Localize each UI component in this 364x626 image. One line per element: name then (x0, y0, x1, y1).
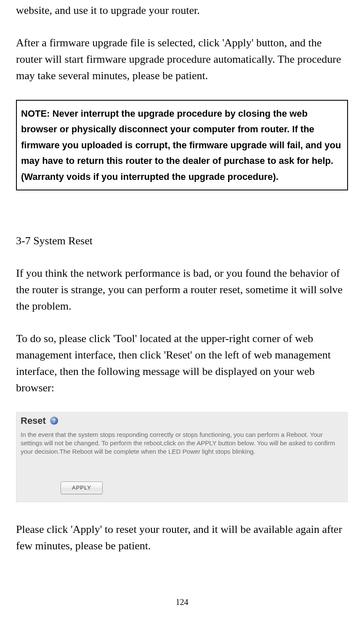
screenshot-title: Reset (21, 415, 46, 426)
note-text: NOTE: Never interrupt the upgrade proced… (21, 106, 343, 185)
note-box: NOTE: Never interrupt the upgrade proced… (16, 100, 348, 190)
screenshot-description: In the event that the system stops respo… (16, 429, 347, 460)
intro-fragment: website, and use it to upgrade your rout… (16, 0, 348, 19)
help-icon[interactable] (50, 417, 58, 425)
section-heading: 3-7 System Reset (16, 233, 348, 249)
paragraph-reset-howto: To do so, please click 'Tool' located at… (16, 330, 348, 396)
paragraph-apply: After a firmware upgrade file is selecte… (16, 35, 348, 84)
screenshot-header: Reset (16, 412, 347, 429)
reset-screenshot: Reset In the event that the system stops… (16, 412, 348, 502)
paragraph-closing: Please click 'Apply' to reset your route… (16, 521, 348, 554)
paragraph-reset-intro: If you think the network performance is … (16, 265, 348, 314)
screenshot-button-area: APPLY (16, 460, 347, 502)
page-number: 124 (0, 597, 364, 607)
apply-button[interactable]: APPLY (61, 482, 103, 494)
